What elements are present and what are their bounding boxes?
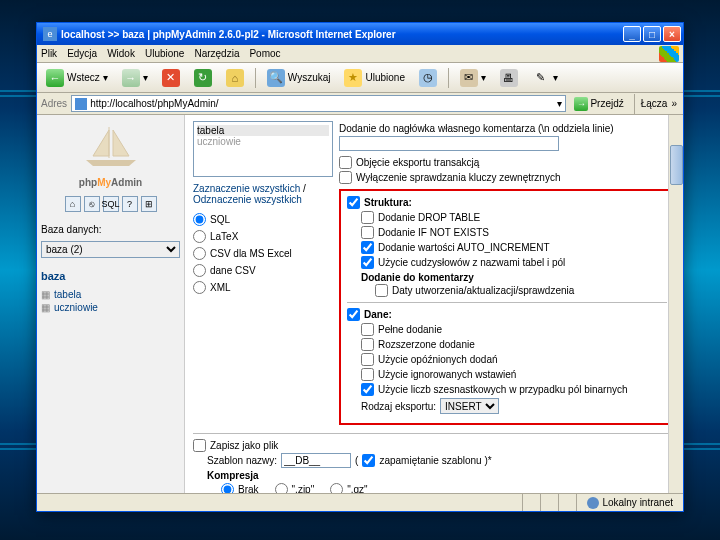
minimize-button[interactable]: _ bbox=[623, 26, 641, 42]
auto-increment-checkbox[interactable] bbox=[361, 241, 374, 254]
template-label: Szablon nazwy: bbox=[207, 455, 277, 466]
dates-checkbox[interactable] bbox=[375, 284, 388, 297]
print-button[interactable]: 🖶 bbox=[495, 67, 523, 89]
menu-tools[interactable]: Narzędzia bbox=[194, 48, 239, 59]
zone-icon bbox=[587, 497, 599, 509]
links-label[interactable]: Łącza bbox=[641, 98, 668, 109]
format-sql-radio[interactable] bbox=[193, 213, 206, 226]
menu-edit[interactable]: Edycja bbox=[67, 48, 97, 59]
compress-none-radio[interactable] bbox=[221, 483, 234, 493]
chevron-down-icon: ▾ bbox=[553, 72, 558, 83]
drop-table-checkbox[interactable] bbox=[361, 211, 374, 224]
go-button[interactable]: →Przejdź bbox=[570, 97, 627, 111]
chevron-more-icon[interactable]: » bbox=[671, 98, 677, 109]
mail-icon: ✉ bbox=[460, 69, 478, 87]
maximize-button[interactable]: □ bbox=[643, 26, 661, 42]
menubar: Plik Edycja Widok Ulubione Narzędzia Pom… bbox=[37, 45, 683, 63]
database-label: Baza danych: bbox=[41, 224, 180, 235]
mail-button[interactable]: ✉▾ bbox=[455, 67, 491, 89]
go-icon: → bbox=[574, 97, 588, 111]
chevron-down-icon: ▾ bbox=[481, 72, 486, 83]
format-xml-radio[interactable] bbox=[193, 281, 206, 294]
menu-file[interactable]: Plik bbox=[41, 48, 57, 59]
exit-icon[interactable]: ⎋ bbox=[84, 196, 100, 212]
hex-binary-checkbox[interactable] bbox=[361, 383, 374, 396]
structure-checkbox[interactable] bbox=[347, 196, 360, 209]
table-list: ▦tabela ▦uczniowie bbox=[41, 288, 180, 314]
export-type-label: Rodzaj eksportu: bbox=[361, 401, 436, 412]
highlighted-options: Struktura: Dodanie DROP TABLE Dodanie IF… bbox=[339, 189, 675, 425]
scrollbar[interactable] bbox=[668, 115, 683, 493]
table-link[interactable]: ▦uczniowie bbox=[41, 301, 180, 314]
list-item[interactable]: tabela bbox=[197, 125, 329, 136]
address-url: http://localhost/phpMyAdmin/ bbox=[90, 98, 218, 109]
ie-icon: e bbox=[43, 27, 57, 41]
home-icon: ⌂ bbox=[226, 69, 244, 87]
scrollbar-thumb[interactable] bbox=[670, 145, 683, 185]
address-input[interactable]: http://localhost/phpMyAdmin/ ▾ bbox=[71, 95, 566, 112]
compress-gz-radio[interactable] bbox=[330, 483, 343, 493]
stop-icon: ✕ bbox=[162, 69, 180, 87]
menu-favorites[interactable]: Ulubione bbox=[145, 48, 184, 59]
edit-button[interactable]: ✎▾ bbox=[527, 67, 563, 89]
print-icon: 🖶 bbox=[500, 69, 518, 87]
stop-button[interactable]: ✕ bbox=[157, 67, 185, 89]
refresh-icon: ↻ bbox=[194, 69, 212, 87]
extended-insert-checkbox[interactable] bbox=[361, 338, 374, 351]
refresh-button[interactable]: ↻ bbox=[189, 67, 217, 89]
history-button[interactable]: ◷ bbox=[414, 67, 442, 89]
star-icon: ★ bbox=[344, 69, 362, 87]
docs-icon[interactable]: ? bbox=[122, 196, 138, 212]
forward-icon: → bbox=[122, 69, 140, 87]
menu-help[interactable]: Pomoc bbox=[249, 48, 280, 59]
query-icon[interactable]: ⊞ bbox=[141, 196, 157, 212]
select-all-link[interactable]: Zaznaczenie wszystkich bbox=[193, 183, 300, 194]
window-title: localhost >> baza | phpMyAdmin 2.6.0-pl2… bbox=[61, 29, 623, 40]
table-link[interactable]: ▦tabela bbox=[41, 288, 180, 301]
favorites-button[interactable]: ★Ulubione bbox=[339, 67, 409, 89]
format-csv-excel-radio[interactable] bbox=[193, 247, 206, 260]
ship-logo bbox=[41, 119, 180, 173]
chevron-down-icon[interactable]: ▾ bbox=[557, 98, 562, 109]
remember-template-checkbox[interactable] bbox=[362, 454, 375, 467]
table-icon: ▦ bbox=[41, 302, 51, 313]
close-button[interactable]: × bbox=[663, 26, 681, 42]
back-button[interactable]: ← Wstecz ▾ bbox=[41, 67, 113, 89]
list-item[interactable]: uczniowie bbox=[197, 136, 329, 147]
windows-logo-icon bbox=[659, 46, 679, 62]
format-latex-radio[interactable] bbox=[193, 230, 206, 243]
toolbar: ← Wstecz ▾ →▾ ✕ ↻ ⌂ 🔍Wyszukaj ★Ulubione … bbox=[37, 63, 683, 93]
menu-view[interactable]: Widok bbox=[107, 48, 135, 59]
template-input[interactable] bbox=[281, 453, 351, 468]
backquotes-checkbox[interactable] bbox=[361, 256, 374, 269]
statusbar: Lokalny intranet bbox=[37, 493, 683, 511]
save-as-file-checkbox[interactable] bbox=[193, 439, 206, 452]
home-button[interactable]: ⌂ bbox=[221, 67, 249, 89]
chevron-down-icon: ▾ bbox=[103, 72, 108, 83]
header-comment-input[interactable] bbox=[339, 136, 559, 151]
unselect-all-link[interactable]: Odznaczenie wszystkich bbox=[193, 194, 302, 205]
delayed-insert-checkbox[interactable] bbox=[361, 353, 374, 366]
compress-zip-radio[interactable] bbox=[275, 483, 288, 493]
phpmyadmin-logo: phpMyAdmin bbox=[41, 177, 180, 188]
export-type-select[interactable]: INSERT bbox=[440, 398, 499, 414]
home-icon[interactable]: ⌂ bbox=[65, 196, 81, 212]
header-comment-label: Dodanie do nagłówka własnego komentarza … bbox=[339, 123, 675, 134]
sql-icon[interactable]: SQL bbox=[103, 196, 119, 212]
disable-fk-checkbox[interactable] bbox=[339, 171, 352, 184]
search-button[interactable]: 🔍Wyszukaj bbox=[262, 67, 336, 89]
address-label: Adres bbox=[41, 98, 67, 109]
security-zone: Lokalny intranet bbox=[577, 497, 683, 509]
transaction-checkbox[interactable] bbox=[339, 156, 352, 169]
db-name[interactable]: baza bbox=[41, 270, 180, 282]
ignore-insert-checkbox[interactable] bbox=[361, 368, 374, 381]
complete-insert-checkbox[interactable] bbox=[361, 323, 374, 336]
tables-listbox[interactable]: tabela uczniowie bbox=[193, 121, 333, 177]
data-checkbox[interactable] bbox=[347, 308, 360, 321]
database-select[interactable]: baza (2) bbox=[41, 241, 180, 258]
sidebar: phpMyAdmin ⌂ ⎋ SQL ? ⊞ Baza danych: baza… bbox=[37, 115, 185, 493]
format-csv-radio[interactable] bbox=[193, 264, 206, 277]
if-not-exists-checkbox[interactable] bbox=[361, 226, 374, 239]
titlebar: e localhost >> baza | phpMyAdmin 2.6.0-p… bbox=[37, 23, 683, 45]
forward-button[interactable]: →▾ bbox=[117, 67, 153, 89]
